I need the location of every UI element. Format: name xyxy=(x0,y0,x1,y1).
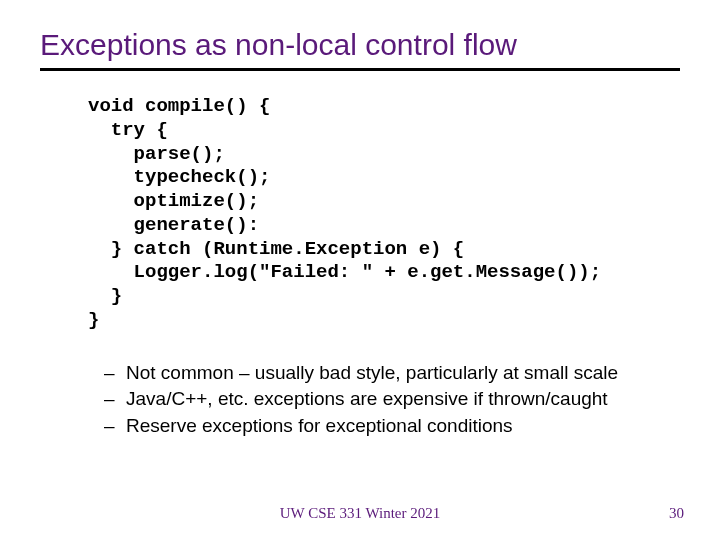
code-line: typecheck(); xyxy=(88,166,270,188)
code-line: } xyxy=(88,309,99,331)
slide-title: Exceptions as non-local control flow xyxy=(40,28,680,62)
code-line: void compile() { xyxy=(88,95,270,117)
footer-text: UW CSE 331 Winter 2021 xyxy=(0,505,720,522)
page-number: 30 xyxy=(669,505,684,522)
code-line: } catch (Runtime.Exception e) { xyxy=(88,238,464,260)
slide: Exceptions as non-local control flow voi… xyxy=(0,0,720,540)
code-line: parse(); xyxy=(88,143,225,165)
bullet-item: Java/C++, etc. exceptions are expensive … xyxy=(104,387,680,412)
code-line: generate(): xyxy=(88,214,259,236)
code-line: try { xyxy=(88,119,168,141)
code-line: Logger.log("Failed: " + e.get.Message())… xyxy=(88,261,601,283)
bullet-item: Not common – usually bad style, particul… xyxy=(104,361,680,386)
bullet-item: Reserve exceptions for exceptional condi… xyxy=(104,414,680,439)
code-line: optimize(); xyxy=(88,190,259,212)
bullet-list: Not common – usually bad style, particul… xyxy=(104,361,680,439)
title-rule xyxy=(40,68,680,71)
code-block: void compile() { try { parse(); typechec… xyxy=(88,95,680,333)
code-line: } xyxy=(88,285,122,307)
